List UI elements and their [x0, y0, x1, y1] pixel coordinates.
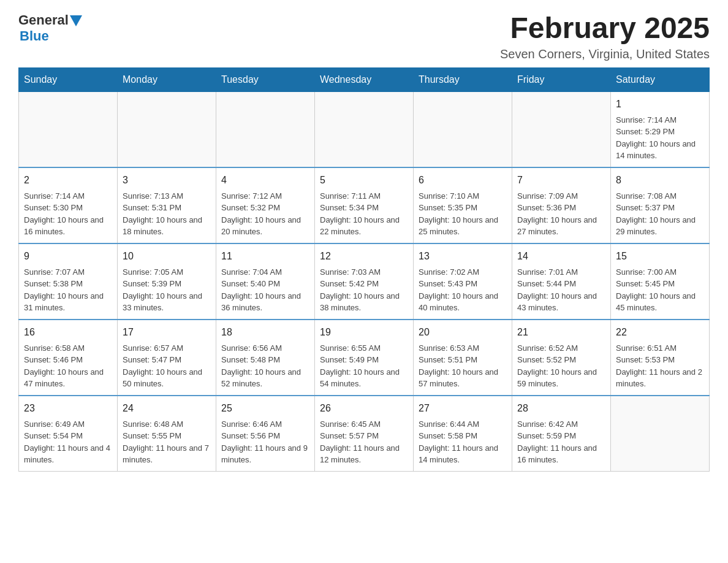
day-info: Sunrise: 6:53 AMSunset: 5:51 PMDaylight:… [419, 342, 507, 390]
calendar-cell: 17Sunrise: 6:57 AMSunset: 5:47 PMDayligh… [118, 320, 216, 396]
calendar-cell [216, 91, 315, 167]
day-info: Sunrise: 7:04 AMSunset: 5:40 PMDaylight:… [221, 266, 309, 314]
calendar-cell: 5Sunrise: 7:11 AMSunset: 5:34 PMDaylight… [315, 167, 414, 243]
svg-marker-0 [70, 15, 82, 26]
day-info: Sunrise: 7:10 AMSunset: 5:35 PMDaylight:… [419, 190, 507, 238]
calendar-cell: 26Sunrise: 6:45 AMSunset: 5:57 PMDayligh… [315, 396, 414, 472]
calendar-cell: 22Sunrise: 6:51 AMSunset: 5:53 PMDayligh… [611, 320, 710, 396]
calendar-cell [315, 91, 414, 167]
calendar-week-row: 2Sunrise: 7:14 AMSunset: 5:30 PMDaylight… [19, 167, 710, 243]
calendar-cell: 7Sunrise: 7:09 AMSunset: 5:36 PMDaylight… [512, 167, 611, 243]
logo: General Blue [18, 12, 82, 44]
calendar-cell: 20Sunrise: 6:53 AMSunset: 5:51 PMDayligh… [414, 320, 512, 396]
day-info: Sunrise: 7:13 AMSunset: 5:31 PMDaylight:… [123, 190, 211, 238]
calendar-cell [414, 91, 512, 167]
day-number: 28 [517, 401, 605, 416]
day-info: Sunrise: 7:09 AMSunset: 5:36 PMDaylight:… [517, 190, 605, 238]
day-info: Sunrise: 6:51 AMSunset: 5:53 PMDaylight:… [616, 342, 704, 390]
day-number: 27 [419, 401, 507, 416]
calendar-cell: 27Sunrise: 6:44 AMSunset: 5:58 PMDayligh… [414, 396, 512, 472]
day-number: 21 [517, 325, 605, 340]
day-number: 10 [123, 249, 211, 264]
page-header: General Blue February 2025 Seven Corners… [18, 12, 710, 61]
day-info: Sunrise: 7:11 AMSunset: 5:34 PMDaylight:… [320, 190, 408, 238]
calendar-cell [512, 91, 611, 167]
logo-blue-text: Blue [20, 28, 49, 44]
day-info: Sunrise: 6:46 AMSunset: 5:56 PMDaylight:… [221, 418, 309, 466]
calendar-cell: 10Sunrise: 7:05 AMSunset: 5:39 PMDayligh… [118, 243, 216, 320]
day-info: Sunrise: 7:14 AMSunset: 5:29 PMDaylight:… [616, 114, 704, 162]
calendar-cell: 8Sunrise: 7:08 AMSunset: 5:37 PMDaylight… [611, 167, 710, 243]
day-info: Sunrise: 7:14 AMSunset: 5:30 PMDaylight:… [24, 190, 112, 238]
calendar-cell: 21Sunrise: 6:52 AMSunset: 5:52 PMDayligh… [512, 320, 611, 396]
calendar-week-row: 9Sunrise: 7:07 AMSunset: 5:38 PMDaylight… [19, 243, 710, 320]
day-info: Sunrise: 7:00 AMSunset: 5:45 PMDaylight:… [616, 266, 704, 314]
calendar-cell: 25Sunrise: 6:46 AMSunset: 5:56 PMDayligh… [216, 396, 315, 472]
weekday-header-saturday: Saturday [611, 67, 710, 91]
logo-general-text: General [18, 12, 69, 28]
day-info: Sunrise: 6:58 AMSunset: 5:46 PMDaylight:… [24, 342, 112, 390]
day-number: 26 [320, 401, 408, 416]
day-number: 1 [616, 97, 704, 112]
weekday-header-wednesday: Wednesday [315, 67, 414, 91]
day-number: 7 [517, 173, 605, 188]
calendar-week-row: 1Sunrise: 7:14 AMSunset: 5:29 PMDaylight… [19, 91, 710, 167]
calendar-cell: 15Sunrise: 7:00 AMSunset: 5:45 PMDayligh… [611, 243, 710, 320]
weekday-header-monday: Monday [118, 67, 216, 91]
calendar-cell: 28Sunrise: 6:42 AMSunset: 5:59 PMDayligh… [512, 396, 611, 472]
day-info: Sunrise: 7:08 AMSunset: 5:37 PMDaylight:… [616, 190, 704, 238]
day-number: 16 [24, 325, 112, 340]
title-block: February 2025 Seven Corners, Virginia, U… [500, 12, 710, 61]
day-number: 23 [24, 401, 112, 416]
day-info: Sunrise: 7:02 AMSunset: 5:43 PMDaylight:… [419, 266, 507, 314]
day-number: 15 [616, 249, 704, 264]
calendar-week-row: 23Sunrise: 6:49 AMSunset: 5:54 PMDayligh… [19, 396, 710, 472]
calendar-week-row: 16Sunrise: 6:58 AMSunset: 5:46 PMDayligh… [19, 320, 710, 396]
calendar-cell: 13Sunrise: 7:02 AMSunset: 5:43 PMDayligh… [414, 243, 512, 320]
day-number: 25 [221, 401, 309, 416]
day-info: Sunrise: 7:05 AMSunset: 5:39 PMDaylight:… [123, 266, 211, 314]
calendar-cell: 1Sunrise: 7:14 AMSunset: 5:29 PMDaylight… [611, 91, 710, 167]
calendar-cell: 19Sunrise: 6:55 AMSunset: 5:49 PMDayligh… [315, 320, 414, 396]
day-number: 24 [123, 401, 211, 416]
calendar-cell [19, 91, 118, 167]
calendar-cell [118, 91, 216, 167]
calendar-cell: 2Sunrise: 7:14 AMSunset: 5:30 PMDaylight… [19, 167, 118, 243]
day-number: 8 [616, 173, 704, 188]
day-info: Sunrise: 7:12 AMSunset: 5:32 PMDaylight:… [221, 190, 309, 238]
day-number: 14 [517, 249, 605, 264]
day-info: Sunrise: 6:45 AMSunset: 5:57 PMDaylight:… [320, 418, 408, 466]
day-info: Sunrise: 6:44 AMSunset: 5:58 PMDaylight:… [419, 418, 507, 466]
weekday-header-friday: Friday [512, 67, 611, 91]
day-number: 9 [24, 249, 112, 264]
day-info: Sunrise: 7:03 AMSunset: 5:42 PMDaylight:… [320, 266, 408, 314]
calendar-header-row: SundayMondayTuesdayWednesdayThursdayFrid… [19, 67, 710, 91]
day-info: Sunrise: 7:07 AMSunset: 5:38 PMDaylight:… [24, 266, 112, 314]
day-number: 11 [221, 249, 309, 264]
calendar-table: SundayMondayTuesdayWednesdayThursdayFrid… [18, 67, 710, 472]
calendar-cell: 14Sunrise: 7:01 AMSunset: 5:44 PMDayligh… [512, 243, 611, 320]
day-info: Sunrise: 6:42 AMSunset: 5:59 PMDaylight:… [517, 418, 605, 466]
day-number: 13 [419, 249, 507, 264]
day-number: 19 [320, 325, 408, 340]
day-number: 5 [320, 173, 408, 188]
day-info: Sunrise: 6:49 AMSunset: 5:54 PMDaylight:… [24, 418, 112, 466]
calendar-cell: 16Sunrise: 6:58 AMSunset: 5:46 PMDayligh… [19, 320, 118, 396]
calendar-cell: 18Sunrise: 6:56 AMSunset: 5:48 PMDayligh… [216, 320, 315, 396]
day-number: 3 [123, 173, 211, 188]
day-number: 12 [320, 249, 408, 264]
calendar-cell: 6Sunrise: 7:10 AMSunset: 5:35 PMDaylight… [414, 167, 512, 243]
day-info: Sunrise: 6:57 AMSunset: 5:47 PMDaylight:… [123, 342, 211, 390]
calendar-cell: 24Sunrise: 6:48 AMSunset: 5:55 PMDayligh… [118, 396, 216, 472]
day-info: Sunrise: 7:01 AMSunset: 5:44 PMDaylight:… [517, 266, 605, 314]
calendar-cell: 3Sunrise: 7:13 AMSunset: 5:31 PMDaylight… [118, 167, 216, 243]
day-number: 17 [123, 325, 211, 340]
day-number: 18 [221, 325, 309, 340]
logo-triangle-icon [70, 15, 82, 26]
day-number: 2 [24, 173, 112, 188]
day-info: Sunrise: 6:56 AMSunset: 5:48 PMDaylight:… [221, 342, 309, 390]
day-info: Sunrise: 6:52 AMSunset: 5:52 PMDaylight:… [517, 342, 605, 390]
calendar-cell: 11Sunrise: 7:04 AMSunset: 5:40 PMDayligh… [216, 243, 315, 320]
month-title: February 2025 [500, 12, 710, 45]
weekday-header-sunday: Sunday [19, 67, 118, 91]
